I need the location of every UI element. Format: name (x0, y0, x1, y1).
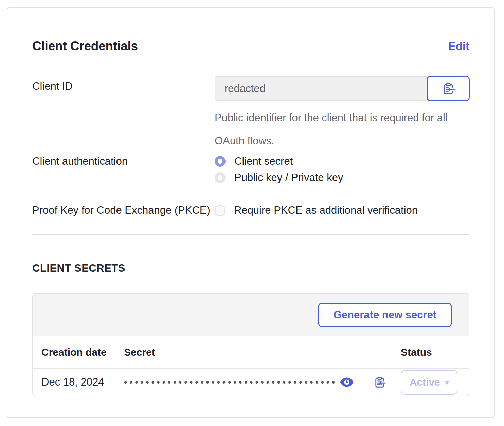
edit-button[interactable]: Edit (448, 39, 469, 54)
radio-public-private-key[interactable] (215, 172, 226, 183)
client-authentication-label: Client authentication (32, 153, 215, 170)
copy-secret-button[interactable] (374, 376, 386, 388)
eye-icon (340, 377, 354, 387)
radio-client-secret[interactable] (215, 156, 226, 167)
copy-client-id-button[interactable] (427, 76, 470, 101)
radio-option-public-private-key: Public key / Private key (215, 170, 469, 186)
pkce-checkbox[interactable] (215, 205, 225, 216)
client-id-input-group (215, 76, 470, 101)
status-cell: Active ▾ (401, 370, 469, 395)
radio-option-client-secret: Client secret (215, 153, 469, 170)
client-authentication-options: Client secret Public key / Private key (215, 153, 469, 186)
pkce-option: Require PKCE as additional verification (215, 202, 469, 218)
table-row: Dec 18, 2024 •••••••••••••••••••••••••••… (33, 369, 469, 396)
pkce-label: Proof Key for Code Exchange (PKCE) (32, 202, 215, 218)
client-authentication-row: Client authentication Client secret Publ… (32, 153, 469, 186)
client-id-row: Client ID (32, 76, 469, 153)
generate-new-secret-button[interactable]: Generate new secret (318, 303, 452, 327)
radio-public-private-key-label[interactable]: Public key / Private key (234, 172, 343, 184)
pkce-row: Proof Key for Code Exchange (PKCE) Requi… (32, 202, 469, 218)
section-divider (32, 234, 469, 235)
page-title: Client Credentials (32, 39, 138, 54)
secret-cell: ••••••••••••••••••••••••••••••••••••••••… (124, 376, 401, 388)
client-id-helper-text: Public identifier for the client that is… (215, 106, 456, 153)
radio-client-secret-label[interactable]: Client secret (234, 155, 293, 167)
column-header-status: Status (401, 347, 469, 358)
masked-secret: ••••••••••••••••••••••••••••••••••••••••… (124, 377, 336, 388)
section-divider-light (32, 253, 469, 253)
client-credentials-card: Client Credentials Edit Client ID (7, 7, 495, 418)
reveal-secret-button[interactable] (340, 377, 354, 387)
pkce-checkbox-label[interactable]: Require PKCE as additional verification (234, 204, 418, 216)
client-credentials-form: Client ID (32, 76, 469, 218)
status-badge: Active (410, 376, 440, 388)
client-secrets-title: CLIENT SECRETS (32, 262, 469, 274)
caret-down-icon: ▾ (445, 379, 449, 386)
clipboard-paste-icon (374, 376, 386, 388)
client-secrets-table: Generate new secret Creation date Secret… (32, 293, 469, 396)
column-header-creation-date: Creation date (41, 347, 124, 358)
creation-date-cell: Dec 18, 2024 (41, 376, 124, 388)
table-toolbar: Generate new secret (33, 294, 469, 336)
section-header: Client Credentials Edit (32, 8, 469, 54)
status-dropdown-button[interactable]: Active ▾ (401, 370, 457, 395)
table-header-row: Creation date Secret Status (33, 336, 469, 369)
clipboard-paste-icon (442, 82, 455, 95)
column-header-secret: Secret (124, 347, 401, 358)
client-id-input[interactable] (215, 76, 427, 101)
client-id-label: Client ID (32, 76, 215, 94)
